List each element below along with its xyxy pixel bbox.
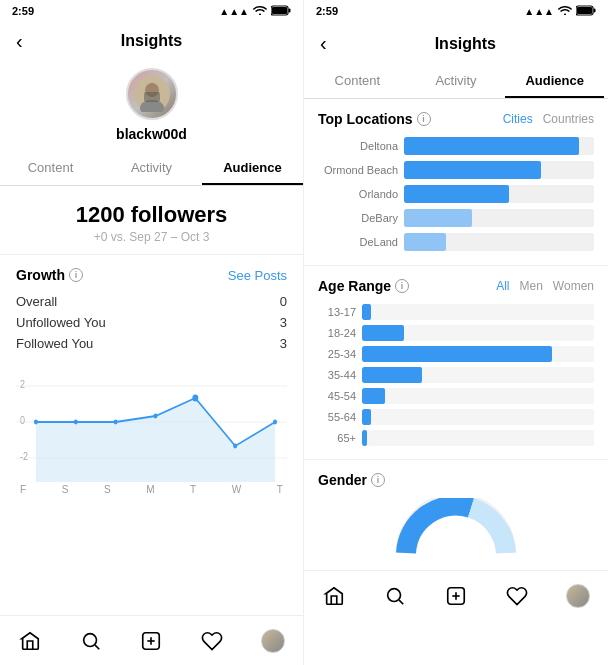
cities-filter[interactable]: Cities [503, 112, 533, 126]
wifi-icon-left [253, 5, 267, 17]
status-bar-left: 2:59 ▲▲▲ [0, 0, 303, 22]
home-nav-icon-left[interactable] [17, 628, 43, 654]
tab-audience-left[interactable]: Audience [202, 150, 303, 185]
home-nav-icon-right[interactable] [321, 583, 347, 609]
age-range-info-icon: i [395, 279, 409, 293]
profile-nav-icon-right[interactable] [565, 583, 591, 609]
tab-activity-right[interactable]: Activity [407, 63, 506, 98]
growth-info-icon: i [69, 268, 83, 282]
right-panel: 2:59 ▲▲▲ ‹ Insights Content Activity Aud… [304, 0, 608, 665]
svg-point-20 [273, 420, 277, 425]
gender-chart [318, 498, 594, 558]
profile-nav-icon-left[interactable] [260, 628, 286, 654]
svg-point-16 [114, 420, 118, 425]
followers-date: +0 vs. Sep 27 – Oct 3 [0, 230, 303, 244]
growth-title: Growth i [16, 267, 83, 283]
back-button-left[interactable]: ‹ [16, 30, 23, 53]
search-nav-icon-right[interactable] [382, 583, 408, 609]
growth-unfollowed-row: Unfollowed You 3 [16, 312, 287, 333]
status-bar-right: 2:59 ▲▲▲ [304, 0, 608, 22]
followed-value: 3 [280, 336, 287, 351]
gender-title: Gender i [318, 472, 594, 488]
plus-nav-icon-left[interactable] [138, 628, 164, 654]
men-filter[interactable]: Men [520, 279, 543, 293]
left-header: ‹ Insights [0, 22, 303, 58]
signal-icon-right: ▲▲▲ [524, 6, 554, 17]
svg-rect-28 [577, 7, 592, 14]
svg-point-18 [192, 394, 198, 401]
location-bar-debary: DeBary [318, 209, 594, 227]
gender-section: Gender i [304, 460, 608, 570]
location-bar-deltona: Deltona [318, 137, 594, 155]
svg-rect-1 [289, 8, 291, 12]
growth-chart: 2 0 -2 [16, 362, 287, 482]
right-title: Insights [339, 35, 592, 53]
growth-followed-row: Followed You 3 [16, 333, 287, 354]
unfollowed-value: 3 [280, 315, 287, 330]
status-icons-left: ▲▲▲ [219, 5, 291, 18]
followers-count: 1200 followers [0, 202, 303, 228]
top-locations-header: Top Locations i Cities Countries [318, 111, 594, 127]
heart-nav-icon-left[interactable] [199, 628, 225, 654]
location-bar-orlando: Orlando [318, 185, 594, 203]
unfollowed-label: Unfollowed You [16, 315, 106, 330]
plus-nav-icon-right[interactable] [443, 583, 469, 609]
all-filter[interactable]: All [496, 279, 509, 293]
left-panel-footer [0, 615, 303, 665]
chart-x-labels: F S S M T W T [16, 482, 287, 495]
svg-marker-13 [36, 398, 275, 482]
age-range-section: Age Range i All Men Women 13-17 18-24 25… [304, 266, 608, 460]
countries-filter[interactable]: Countries [543, 112, 594, 126]
top-locations-info-icon: i [417, 112, 431, 126]
women-filter[interactable]: Women [553, 279, 594, 293]
tab-activity-left[interactable]: Activity [101, 150, 202, 185]
right-tabs: Content Activity Audience [304, 63, 608, 99]
age-range-header: Age Range i All Men Women [318, 278, 594, 294]
time-right: 2:59 [316, 5, 338, 17]
age-bar-1824: 18-24 [318, 325, 594, 341]
signal-icon-left: ▲▲▲ [219, 6, 249, 17]
followed-label: Followed You [16, 336, 93, 351]
svg-point-29 [388, 588, 401, 601]
avatar [126, 68, 178, 120]
growth-section: Growth i See Posts Overall 0 Unfollowed … [0, 255, 303, 501]
top-locations-title: Top Locations i [318, 111, 431, 127]
tab-content-right[interactable]: Content [308, 63, 407, 98]
location-filters: Cities Countries [503, 112, 594, 126]
top-locations-section: Top Locations i Cities Countries Deltona… [304, 99, 608, 266]
svg-text:2: 2 [20, 379, 25, 391]
location-bar-ormondbeach: Ormond Beach [318, 161, 594, 179]
see-posts-button[interactable]: See Posts [228, 268, 287, 283]
overall-label: Overall [16, 294, 57, 309]
right-header: ‹ Insights [304, 22, 608, 63]
tab-content-left[interactable]: Content [0, 150, 101, 185]
back-button-right[interactable]: ‹ [320, 32, 327, 55]
age-bar-3544: 35-44 [318, 367, 594, 383]
search-nav-icon-left[interactable] [78, 628, 104, 654]
status-icons-right: ▲▲▲ [524, 5, 596, 18]
svg-point-17 [153, 414, 157, 419]
svg-point-15 [74, 420, 78, 425]
battery-icon-left [271, 5, 291, 18]
age-range-title: Age Range i [318, 278, 409, 294]
overall-value: 0 [280, 294, 287, 309]
username: blackw00d [116, 126, 187, 142]
location-bar-deland: DeLand [318, 233, 594, 251]
svg-rect-2 [272, 7, 287, 14]
svg-text:-2: -2 [20, 451, 28, 463]
svg-line-22 [95, 645, 99, 649]
age-bar-2534: 25-34 [318, 346, 594, 362]
heart-nav-icon-right[interactable] [504, 583, 530, 609]
tab-audience-right[interactable]: Audience [505, 63, 604, 98]
wifi-icon-right [558, 5, 572, 17]
age-bar-65plus: 65+ [318, 430, 594, 446]
svg-rect-27 [594, 8, 596, 12]
time-left: 2:59 [12, 5, 34, 17]
left-panel: 2:59 ▲▲▲ ‹ Insights blackw00d Co [0, 0, 304, 665]
svg-text:0: 0 [20, 415, 25, 427]
growth-header: Growth i See Posts [16, 267, 287, 283]
svg-point-14 [34, 420, 38, 425]
growth-overall-row: Overall 0 [16, 291, 287, 312]
svg-point-19 [233, 444, 237, 449]
gender-info-icon: i [371, 473, 385, 487]
